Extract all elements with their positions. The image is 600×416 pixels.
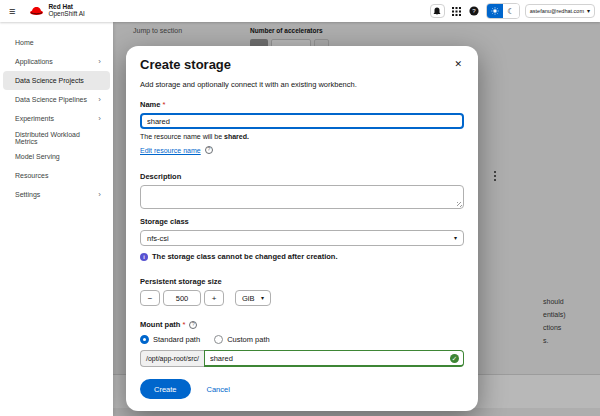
name-input[interactable]: [140, 113, 464, 129]
size-unit-value: GiB: [242, 294, 255, 303]
helper-prefix: The resource name will be: [140, 133, 224, 140]
mount-path-prefix: /opt/app-root/src/: [140, 350, 204, 367]
modal-title: Create storage: [140, 57, 231, 72]
create-button[interactable]: Create: [140, 379, 191, 399]
sidebar-item-home[interactable]: Home: [3, 33, 110, 52]
mount-path-radio-group: Standard path Custom path: [140, 335, 464, 344]
sidebar-item-resources[interactable]: Resources: [3, 166, 110, 185]
question-circle-icon[interactable]: ?: [205, 146, 213, 154]
close-icon[interactable]: ✕: [452, 57, 464, 71]
sidebar-item-settings[interactable]: Settings ›: [3, 185, 110, 204]
sidebar-item-label: Resources: [15, 172, 48, 179]
sidebar-item-label: Home: [15, 39, 34, 46]
chevron-right-icon: ›: [98, 57, 101, 66]
sidebar-item-data-science-pipelines[interactable]: Data Science Pipelines ›: [3, 90, 110, 109]
sidebar-item-label: Model Serving: [15, 153, 60, 160]
user-email: astefanu@redhat.com: [530, 8, 584, 14]
sidebar-nav: Home Applications › Data Science Project…: [0, 22, 113, 416]
storage-class-info-text: The storage class cannot be changed afte…: [152, 252, 337, 261]
mount-path-label: Mount path*: [140, 320, 185, 329]
standard-path-radio[interactable]: Standard path: [140, 335, 200, 344]
sidebar-item-distributed-workload-metrics[interactable]: Distributed Workload Metrics: [3, 128, 110, 147]
storage-size-label: Persistent storage size: [140, 277, 464, 286]
redhat-logo: Red Hat OpenShift AI: [29, 4, 85, 18]
sidebar-item-label: Settings: [15, 191, 40, 198]
mount-path-input[interactable]: [204, 350, 464, 367]
size-plus-button[interactable]: +: [204, 290, 224, 306]
storage-class-select[interactable]: nfs-csi ▾: [140, 230, 464, 246]
required-asterisk: *: [162, 100, 165, 109]
mount-path-input-group: /opt/app-root/src/ ✓: [140, 350, 464, 367]
size-value-input[interactable]: [163, 290, 201, 306]
sidebar-item-label: Data Science Pipelines: [15, 96, 87, 103]
dark-theme-icon[interactable]: ☾: [503, 4, 519, 18]
brand-product: OpenShift AI: [48, 11, 85, 18]
chevron-right-icon: ›: [98, 114, 101, 123]
sidebar-item-applications[interactable]: Applications ›: [3, 52, 110, 71]
standard-path-label: Standard path: [153, 335, 200, 344]
sidebar-item-label: Distributed Workload Metrics: [15, 131, 100, 145]
chevron-down-icon: ▾: [587, 8, 590, 14]
size-unit-select[interactable]: GiB ▾: [235, 290, 271, 306]
required-asterisk: *: [182, 320, 185, 329]
resource-name-helper: The resource name will be shared.: [140, 133, 464, 140]
help-icon[interactable]: ?: [468, 5, 481, 18]
hamburger-menu-icon[interactable]: ≡: [9, 6, 15, 17]
chevron-down-icon: ▾: [454, 235, 457, 241]
notifications-bell-icon[interactable]: [430, 4, 445, 18]
cancel-link[interactable]: Cancel: [207, 385, 230, 394]
storage-class-value: nfs-csi: [147, 234, 169, 243]
custom-path-label: Custom path: [227, 335, 270, 344]
edit-resource-name-link[interactable]: Edit resource name: [140, 147, 201, 154]
chevron-right-icon: ›: [98, 190, 101, 199]
application-window: ≡ Red Hat OpenShift AI ?: [0, 0, 600, 416]
description-label: Description: [140, 172, 464, 181]
sidebar-item-label: Data Science Projects: [15, 77, 84, 84]
custom-path-radio[interactable]: Custom path: [214, 335, 270, 344]
name-label-text: Name: [140, 100, 160, 109]
storage-size-stepper: − + GiB ▾: [140, 290, 464, 306]
info-icon: i: [140, 253, 148, 261]
radio-unselected-icon: [214, 335, 223, 344]
sidebar-item-model-serving[interactable]: Model Serving: [3, 147, 110, 166]
masthead: ≡ Red Hat OpenShift AI ?: [0, 0, 600, 22]
question-circle-icon[interactable]: ?: [189, 321, 197, 329]
sidebar-item-label: Experiments: [15, 115, 54, 122]
mount-path-label-text: Mount path: [140, 320, 180, 329]
sidebar-item-experiments[interactable]: Experiments ›: [3, 109, 110, 128]
redhat-hat-icon: [29, 6, 44, 17]
chevron-down-icon: ▾: [261, 295, 264, 301]
storage-class-label: Storage class: [140, 217, 464, 226]
app-launcher-icon[interactable]: [450, 5, 463, 18]
description-textarea[interactable]: [140, 185, 464, 209]
chevron-right-icon: ›: [98, 95, 101, 104]
size-minus-button[interactable]: −: [140, 290, 160, 306]
sidebar-item-label: Applications: [15, 58, 53, 65]
user-menu[interactable]: astefanu@redhat.com ▾: [525, 4, 595, 18]
modal-subtitle: Add storage and optionally connect it wi…: [140, 80, 464, 89]
name-label: Name*: [140, 100, 464, 109]
light-theme-icon[interactable]: [487, 4, 503, 18]
helper-resource-name: shared.: [224, 133, 249, 140]
create-storage-modal: Create storage ✕ Add storage and optiona…: [126, 46, 478, 411]
theme-toggle: ☾: [486, 3, 520, 19]
sidebar-item-data-science-projects[interactable]: Data Science Projects: [3, 71, 110, 90]
radio-selected-icon: [140, 335, 149, 344]
success-check-icon: ✓: [450, 354, 459, 363]
